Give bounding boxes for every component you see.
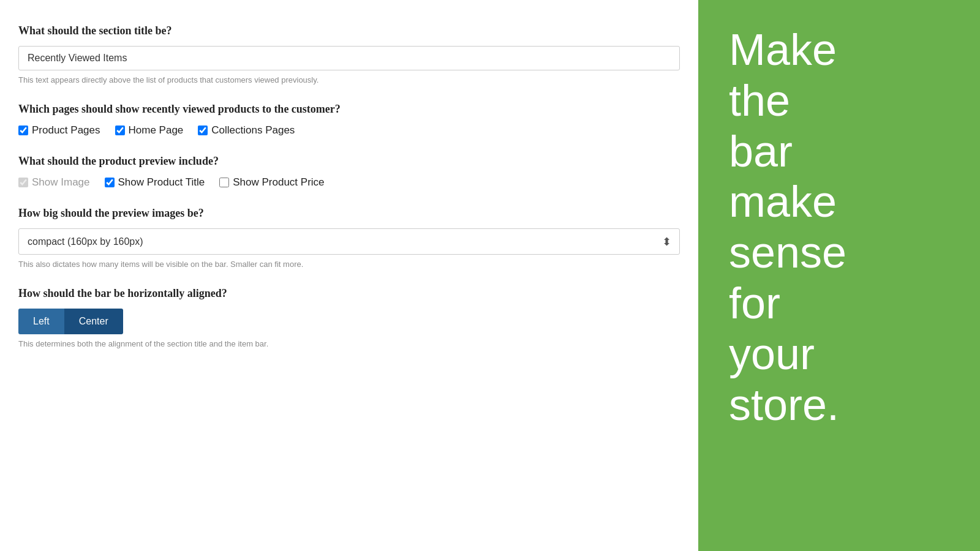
image-size-section: How big should the preview images be? co… [18, 207, 680, 269]
product-pages-item[interactable]: Product Pages [18, 124, 100, 137]
preview-question: What should the product preview include? [18, 155, 680, 168]
show-product-price-checkbox[interactable] [219, 178, 229, 187]
show-image-label: Show Image [32, 176, 90, 189]
section-title-input[interactable] [18, 46, 680, 70]
right-panel-text: Makethebarmakesenseforyourstore. [729, 24, 846, 430]
show-product-title-item[interactable]: Show Product Title [105, 176, 205, 189]
home-page-item[interactable]: Home Page [115, 124, 184, 137]
image-size-select[interactable]: compact (160px by 160px) medium (240px b… [18, 228, 680, 255]
show-image-checkbox [18, 178, 28, 187]
home-page-label: Home Page [129, 124, 184, 137]
show-product-title-checkbox[interactable] [105, 178, 115, 187]
alignment-button-group: Left Center [18, 309, 680, 334]
alignment-section: How should the bar be horizontally align… [18, 287, 680, 348]
section-title-question: What should the section title be? [18, 24, 680, 37]
pages-checkbox-group: Product Pages Home Page Collections Page… [18, 124, 680, 137]
alignment-left-button[interactable]: Left [18, 309, 64, 334]
alignment-question: How should the bar be horizontally align… [18, 287, 680, 300]
show-image-item[interactable]: Show Image [18, 176, 90, 189]
image-size-select-wrapper: compact (160px by 160px) medium (240px b… [18, 228, 680, 255]
section-title-section: What should the section title be? This t… [18, 24, 680, 84]
collections-pages-label: Collections Pages [211, 124, 295, 137]
left-panel: What should the section title be? This t… [0, 0, 698, 551]
show-product-title-label: Show Product Title [118, 176, 205, 189]
image-size-question: How big should the preview images be? [18, 207, 680, 220]
right-panel: Makethebarmakesenseforyourstore. [698, 0, 980, 551]
alignment-center-button[interactable]: Center [64, 309, 123, 334]
preview-section: What should the product preview include?… [18, 155, 680, 189]
home-page-checkbox[interactable] [115, 126, 125, 135]
alignment-hint: This determines both the alignment of th… [18, 339, 680, 348]
collections-pages-item[interactable]: Collections Pages [198, 124, 295, 137]
section-title-hint: This text appears directly above the lis… [18, 75, 680, 84]
preview-checkbox-group: Show Image Show Product Title Show Produ… [18, 176, 680, 189]
show-product-price-item[interactable]: Show Product Price [219, 176, 324, 189]
show-product-price-label: Show Product Price [233, 176, 324, 189]
pages-section: Which pages should show recently viewed … [18, 103, 680, 137]
product-pages-checkbox[interactable] [18, 126, 28, 135]
image-size-hint: This also dictates how many items will b… [18, 260, 680, 269]
pages-question: Which pages should show recently viewed … [18, 103, 680, 116]
product-pages-label: Product Pages [32, 124, 100, 137]
collections-pages-checkbox[interactable] [198, 126, 208, 135]
